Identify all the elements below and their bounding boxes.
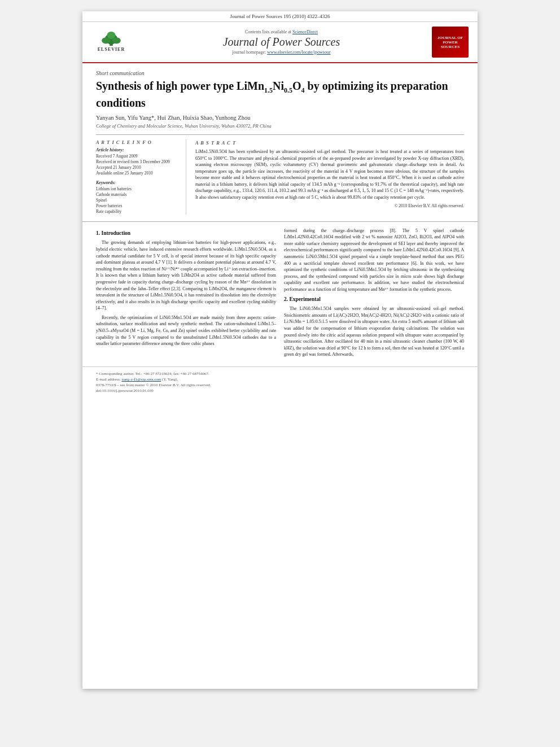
abstract-heading: A B S T R A C T xyxy=(195,139,464,146)
keyword-2: Cathode materials xyxy=(96,192,179,197)
elsevier-text: ELSEVIER xyxy=(98,47,125,52)
keywords-section: Keywords: Lithium ion batteries Cathode … xyxy=(96,180,179,214)
revised-date: Received in revised form 3 December 2009 xyxy=(96,159,179,164)
available-date: Available online 25 January 2010 xyxy=(96,171,179,176)
body-right-col: formed during the charge–discharge proce… xyxy=(284,228,464,361)
issn-line: 0378-7753/$ – see front matter © 2010 El… xyxy=(96,383,464,387)
journal-bar-text: Journal of Power Sources 195 (2010) 4322… xyxy=(230,14,330,19)
keyword-3: Spinel xyxy=(96,198,179,203)
affiliation: College of Chemistry and Molecular Scien… xyxy=(96,123,464,129)
received-date: Received 7 August 2009 xyxy=(96,154,179,159)
email-address[interactable]: yang-y-f1@vip.sina.com xyxy=(122,377,161,382)
journal-homepage-link[interactable]: www.elsevier.com/locate/jpowsour xyxy=(267,50,330,55)
email-suffix: (Y. Yang). xyxy=(162,377,178,382)
journal-banner: ELSEVIER Contents lists available at Sci… xyxy=(82,22,478,63)
journal-main-title: Journal of Power Sources xyxy=(131,36,432,49)
article-content: Short communication Synthesis of high po… xyxy=(82,63,478,221)
footnote-star-line: * Corresponding author. Tel.: +86 27 872… xyxy=(96,372,464,376)
keyword-5: Rate capability xyxy=(96,209,179,214)
logo-right-text: JOURNAL OFPOWERSOURCES xyxy=(438,36,463,49)
journal-header-bar: Journal of Power Sources 195 (2010) 4322… xyxy=(82,11,478,22)
accepted-date: Accepted 21 January 2010 xyxy=(96,165,179,170)
body-left-col: 1. Introduction The growing demands of e… xyxy=(96,228,276,361)
sciencedirect-link[interactable]: ScienceDirect xyxy=(292,29,318,34)
elsevier-logo: ELSEVIER xyxy=(91,31,131,54)
email-line: E-mail address: yang-y-f1@vip.sina.com (… xyxy=(96,377,464,382)
email-label: E-mail address: xyxy=(96,377,121,382)
keyword-4: Power batteries xyxy=(96,203,179,208)
copyright: © 2010 Elsevier B.V. All rights reserved… xyxy=(195,203,464,209)
article-type: Short communication xyxy=(96,70,464,76)
intro-heading: 1. Introduction xyxy=(96,230,276,238)
elsevier-tree-icon xyxy=(97,31,125,47)
experimental-p1: The LiNi0.5Mn1.5O4 samples were obtained… xyxy=(284,305,464,358)
authors: Yanyan Sun, Yifu Yang*, Hui Zhan, Huixia… xyxy=(96,115,464,121)
keyword-1: Lithium ion batteries xyxy=(96,186,179,191)
abstract-text: LiMn1.5Ni0.5O4 has been synthesized by a… xyxy=(195,148,464,201)
history-label: Article history: xyxy=(96,147,179,152)
article-info: A R T I C L E I N F O Article history: R… xyxy=(96,139,186,215)
keywords-label: Keywords: xyxy=(96,180,179,185)
journal-title-center: Contents lists available at ScienceDirec… xyxy=(131,29,432,55)
footnote-star-text: * Corresponding author. Tel.: +86 27 872… xyxy=(96,372,209,376)
svg-point-4 xyxy=(107,31,116,38)
main-body: 1. Introduction The growing demands of e… xyxy=(82,221,478,366)
page-footer: * Corresponding author. Tel.: +86 27 872… xyxy=(82,366,478,397)
sciencedirect-line: Contents lists available at ScienceDirec… xyxy=(131,29,432,34)
intro-p1: The growing demands of employing lithium… xyxy=(96,239,276,312)
article-title: Synthesis of high power type LiMn1.5Ni0.… xyxy=(96,78,464,110)
experimental-heading: 2. Experimental xyxy=(284,296,464,304)
journal-logo-right: JOURNAL OFPOWERSOURCES xyxy=(432,27,469,58)
page: Journal of Power Sources 195 (2010) 4322… xyxy=(82,11,478,689)
right-p1: formed during the charge–discharge proce… xyxy=(284,228,464,293)
intro-p2: Recently, the optimizations of LiNi0.5Mn… xyxy=(96,314,276,347)
doi-line: doi:10.1016/j.jpowsour.2010.01.039 xyxy=(96,388,464,393)
article-info-heading: A R T I C L E I N F O xyxy=(96,139,179,145)
abstract-section: A B S T R A C T LiMn1.5Ni0.5O4 has been … xyxy=(195,139,464,215)
journal-homepage-line: journal homepage: www.elsevier.com/locat… xyxy=(131,50,432,55)
article-meta-row: A R T I C L E I N F O Article history: R… xyxy=(96,134,464,215)
